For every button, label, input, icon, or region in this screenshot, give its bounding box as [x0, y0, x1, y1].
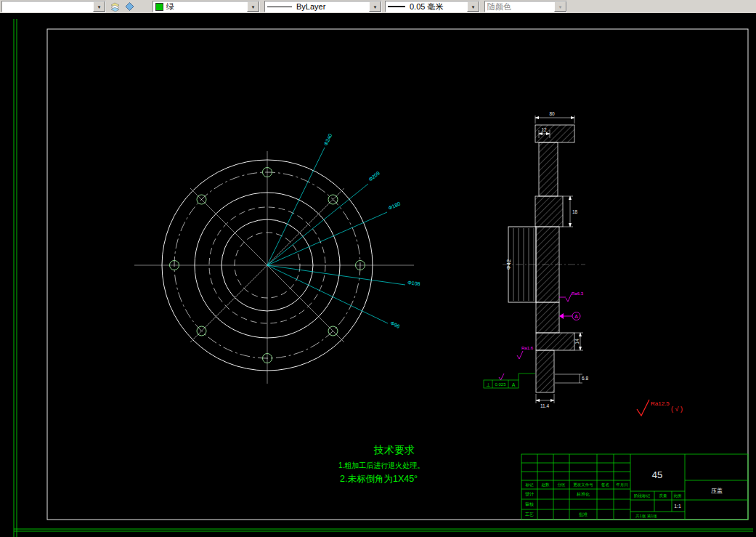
- chevron-down-icon[interactable]: ▼: [369, 1, 381, 12]
- surface-finish-note: Ra12.5 ( √ ): [637, 400, 683, 416]
- plotstyle-dropdown: 随颜色 ▼: [484, 1, 567, 12]
- roughness-check-icon: [637, 400, 649, 416]
- section-view: 80 12 18 Φ42 14 6.8 11.4 Ra6.3 Ra1.6 A: [484, 111, 588, 408]
- dim-label: 12: [541, 127, 547, 132]
- color-swatch: [155, 3, 163, 11]
- lineweight-dropdown-value: 0.05 毫米: [410, 1, 443, 12]
- make-layer-current-button[interactable]: [122, 0, 137, 13]
- scale-value: 1:1: [674, 504, 681, 509]
- gdt-datum: A: [512, 382, 516, 387]
- color-dropdown-value: 绿: [166, 1, 174, 12]
- sheet-info: 共1张 第1张: [635, 514, 657, 519]
- dim-label: 11.4: [540, 403, 550, 408]
- layer-dropdown[interactable]: ▼: [1, 1, 106, 12]
- titleblock-label: 设计: [525, 491, 534, 496]
- surface-note-suffix: ( √ ): [671, 405, 683, 413]
- linetype-dropdown[interactable]: ByLayer ▼: [264, 1, 382, 12]
- dim-label: Φ108: [407, 280, 420, 286]
- scale-label: 比例: [674, 493, 682, 498]
- paper-edge-lines: [14, 19, 753, 537]
- roughness-label: Ra6.3: [572, 291, 584, 296]
- layers-icon: [110, 1, 121, 12]
- chevron-down-icon[interactable]: ▼: [467, 1, 479, 12]
- model-space-canvas[interactable]: Φ240 Φ209 Φ180 Φ108 Φ96: [0, 13, 756, 537]
- lineweight-dropdown[interactable]: 0.05 毫米 ▼: [385, 1, 480, 12]
- gdt-symbol: ⊥: [486, 382, 490, 387]
- properties-toolbar: ▼ 绿 ▼ ByLayer ▼ 0.05 毫米 ▼ 随颜色 ▼: [0, 0, 756, 14]
- titleblock-label: 年月日: [616, 483, 628, 488]
- material-value: 45: [652, 469, 662, 480]
- titleblock-label: 更改文件号: [573, 483, 593, 487]
- dim-label: 80: [549, 111, 555, 116]
- chevron-down-icon: ▼: [554, 1, 566, 12]
- dim-label: Φ96: [390, 320, 401, 329]
- titleblock-label: 分区: [558, 483, 566, 487]
- tech-req-item: 1.粗加工后进行退火处理。: [338, 461, 424, 469]
- surface-note-value: Ra12.5: [651, 400, 670, 407]
- front-view: Φ240 Φ209 Φ180 Φ108 Φ96: [134, 133, 420, 384]
- datum-label: A: [574, 314, 578, 319]
- titleblock-label: 批准: [579, 512, 588, 517]
- drawing-svg[interactable]: Φ240 Φ209 Φ180 Φ108 Φ96: [0, 13, 756, 537]
- dim-label: 14: [574, 339, 580, 344]
- title-block: 标记 处数 分区 更改文件号 签名 年月日 设计 标准化 审核 工艺 批准 阶段…: [521, 454, 748, 520]
- titleblock-label: 审核: [525, 501, 534, 506]
- titleblock-label: 工艺: [525, 512, 534, 517]
- tech-req-item: 2.未标倒角为1X45°: [340, 474, 418, 484]
- plotstyle-dropdown-value: 随颜色: [487, 1, 511, 12]
- lineweight-preview: [388, 6, 405, 7]
- titleblock-label: 处数: [542, 483, 550, 488]
- gdt-value: 0.025: [495, 382, 506, 387]
- titleblock-label: 标准化: [576, 492, 590, 497]
- stage-label: 阶段标记: [634, 493, 651, 498]
- linetype-preview: [267, 7, 292, 7]
- dim-label: Φ180: [388, 201, 402, 210]
- dim-label: 18: [572, 209, 578, 214]
- roughness-label: Ra1.6: [521, 346, 534, 350]
- linetype-dropdown-value: ByLayer: [296, 2, 325, 11]
- part-name: 压盖: [711, 488, 723, 494]
- titleblock-label: 标记: [525, 483, 535, 488]
- gdt-frame: ⊥ 0.025 A: [484, 374, 535, 388]
- tech-req-title: 技术要求: [373, 444, 415, 456]
- section-hatched-body: [535, 125, 574, 392]
- dim-label: 6.8: [582, 376, 588, 381]
- dim-label: Φ240: [323, 133, 333, 147]
- titleblock-label: 签名: [601, 483, 609, 488]
- diameter-leaders: [267, 148, 405, 323]
- chevron-down-icon[interactable]: ▼: [247, 1, 259, 12]
- layer-properties-button[interactable]: [107, 0, 122, 13]
- dim-label: Φ42: [505, 259, 512, 270]
- color-dropdown[interactable]: 绿 ▼: [153, 1, 260, 12]
- chevron-down-icon[interactable]: ▼: [93, 1, 105, 12]
- dim-label: Φ209: [367, 170, 381, 182]
- technical-requirements: 技术要求 1.粗加工后进行退火处理。 2.未标倒角为1X45°: [338, 444, 424, 484]
- layer-current-icon: [124, 1, 135, 12]
- cad-application-window: { "toolbar": { "layer_value": "", "color…: [0, 0, 756, 537]
- mass-label: 质量: [659, 493, 668, 498]
